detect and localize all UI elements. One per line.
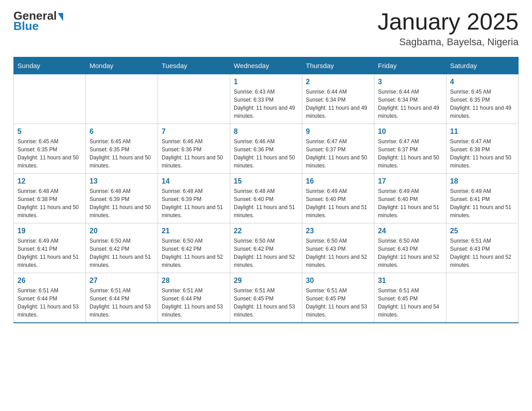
table-row: 27Sunrise: 6:51 AM Sunset: 6:44 PM Dayli…	[86, 273, 158, 323]
table-row: 25Sunrise: 6:51 AM Sunset: 6:43 PM Dayli…	[446, 223, 519, 273]
table-row: 26Sunrise: 6:51 AM Sunset: 6:44 PM Dayli…	[14, 273, 86, 323]
col-thursday: Thursday	[302, 57, 374, 74]
day-info: Sunrise: 6:49 AM Sunset: 6:41 PM Dayligh…	[17, 237, 82, 269]
day-info: Sunrise: 6:51 AM Sunset: 6:43 PM Dayligh…	[450, 237, 515, 269]
day-number: 16	[306, 177, 370, 185]
day-info: Sunrise: 6:48 AM Sunset: 6:39 PM Dayligh…	[162, 187, 226, 219]
day-number: 7	[162, 128, 226, 136]
table-row: 31Sunrise: 6:51 AM Sunset: 6:45 PM Dayli…	[374, 273, 446, 323]
calendar-body: 1Sunrise: 6:43 AM Sunset: 6:33 PM Daylig…	[14, 74, 519, 323]
table-row: 23Sunrise: 6:50 AM Sunset: 6:43 PM Dayli…	[302, 223, 374, 273]
title-section: January 2025 Sagbama, Bayelsa, Nigeria	[378, 9, 519, 48]
day-info: Sunrise: 6:44 AM Sunset: 6:34 PM Dayligh…	[378, 88, 442, 120]
table-row: 3Sunrise: 6:44 AM Sunset: 6:34 PM Daylig…	[374, 74, 446, 124]
day-info: Sunrise: 6:51 AM Sunset: 6:45 PM Dayligh…	[378, 287, 442, 319]
table-row: 18Sunrise: 6:49 AM Sunset: 6:41 PM Dayli…	[446, 174, 519, 223]
day-number: 25	[450, 227, 515, 235]
day-number: 27	[90, 277, 154, 285]
col-sunday: Sunday	[14, 57, 86, 74]
day-number: 31	[378, 277, 442, 285]
table-row	[446, 273, 519, 323]
col-monday: Monday	[86, 57, 158, 74]
day-info: Sunrise: 6:50 AM Sunset: 6:42 PM Dayligh…	[234, 237, 298, 269]
day-info: Sunrise: 6:50 AM Sunset: 6:43 PM Dayligh…	[378, 237, 442, 269]
day-info: Sunrise: 6:50 AM Sunset: 6:43 PM Dayligh…	[306, 237, 370, 269]
day-number: 6	[90, 128, 154, 136]
day-number: 1	[234, 78, 298, 86]
table-row: 14Sunrise: 6:48 AM Sunset: 6:39 PM Dayli…	[158, 174, 230, 223]
table-row: 21Sunrise: 6:50 AM Sunset: 6:42 PM Dayli…	[158, 223, 230, 273]
table-row	[158, 74, 230, 124]
day-number: 12	[17, 177, 82, 185]
day-number: 15	[234, 177, 298, 185]
day-number: 18	[450, 177, 515, 185]
table-row: 28Sunrise: 6:51 AM Sunset: 6:44 PM Dayli…	[158, 273, 230, 323]
day-number: 23	[306, 227, 370, 235]
table-row: 1Sunrise: 6:43 AM Sunset: 6:33 PM Daylig…	[230, 74, 302, 124]
day-number: 4	[450, 78, 515, 86]
day-number: 19	[17, 227, 82, 235]
col-friday: Friday	[374, 57, 446, 74]
table-row: 7Sunrise: 6:46 AM Sunset: 6:36 PM Daylig…	[158, 124, 230, 174]
day-info: Sunrise: 6:48 AM Sunset: 6:39 PM Dayligh…	[90, 187, 154, 219]
day-number: 9	[306, 128, 370, 136]
day-info: Sunrise: 6:47 AM Sunset: 6:37 PM Dayligh…	[306, 137, 370, 170]
calendar-table: Sunday Monday Tuesday Wednesday Thursday…	[13, 57, 519, 323]
table-row: 8Sunrise: 6:46 AM Sunset: 6:36 PM Daylig…	[230, 124, 302, 174]
day-number: 11	[450, 128, 515, 136]
day-number: 26	[17, 277, 82, 285]
day-info: Sunrise: 6:46 AM Sunset: 6:36 PM Dayligh…	[234, 137, 298, 170]
day-info: Sunrise: 6:47 AM Sunset: 6:38 PM Dayligh…	[450, 137, 515, 170]
day-info: Sunrise: 6:51 AM Sunset: 6:45 PM Dayligh…	[306, 287, 370, 319]
day-number: 2	[306, 78, 370, 86]
day-number: 10	[378, 128, 442, 136]
table-row	[86, 74, 158, 124]
day-info: Sunrise: 6:45 AM Sunset: 6:35 PM Dayligh…	[450, 88, 515, 120]
table-row	[14, 74, 86, 124]
day-info: Sunrise: 6:43 AM Sunset: 6:33 PM Dayligh…	[234, 88, 298, 120]
day-info: Sunrise: 6:51 AM Sunset: 6:44 PM Dayligh…	[162, 287, 226, 319]
day-info: Sunrise: 6:44 AM Sunset: 6:34 PM Dayligh…	[306, 88, 370, 120]
page-header: General Blue January 2025 Sagbama, Bayel…	[13, 9, 519, 48]
day-number: 17	[378, 177, 442, 185]
logo-blue-text: Blue	[13, 19, 39, 33]
table-row: 2Sunrise: 6:44 AM Sunset: 6:34 PM Daylig…	[302, 74, 374, 124]
col-tuesday: Tuesday	[158, 57, 230, 74]
day-info: Sunrise: 6:45 AM Sunset: 6:35 PM Dayligh…	[90, 137, 154, 170]
table-row: 17Sunrise: 6:49 AM Sunset: 6:40 PM Dayli…	[374, 174, 446, 223]
table-row: 30Sunrise: 6:51 AM Sunset: 6:45 PM Dayli…	[302, 273, 374, 323]
table-row: 10Sunrise: 6:47 AM Sunset: 6:37 PM Dayli…	[374, 124, 446, 174]
day-number: 20	[90, 227, 154, 235]
day-number: 3	[378, 78, 442, 86]
table-row: 6Sunrise: 6:45 AM Sunset: 6:35 PM Daylig…	[86, 124, 158, 174]
day-info: Sunrise: 6:50 AM Sunset: 6:42 PM Dayligh…	[90, 237, 154, 269]
table-row: 22Sunrise: 6:50 AM Sunset: 6:42 PM Dayli…	[230, 223, 302, 273]
day-number: 24	[378, 227, 442, 235]
day-info: Sunrise: 6:48 AM Sunset: 6:40 PM Dayligh…	[234, 187, 298, 219]
col-saturday: Saturday	[446, 57, 519, 74]
logo: General Blue	[13, 9, 64, 33]
table-row: 29Sunrise: 6:51 AM Sunset: 6:45 PM Dayli…	[230, 273, 302, 323]
table-row: 5Sunrise: 6:45 AM Sunset: 6:35 PM Daylig…	[14, 124, 86, 174]
day-number: 21	[162, 227, 226, 235]
day-info: Sunrise: 6:49 AM Sunset: 6:40 PM Dayligh…	[378, 187, 442, 219]
day-number: 8	[234, 128, 298, 136]
table-row: 11Sunrise: 6:47 AM Sunset: 6:38 PM Dayli…	[446, 124, 519, 174]
calendar-title: January 2025	[378, 9, 519, 34]
table-row: 12Sunrise: 6:48 AM Sunset: 6:38 PM Dayli…	[14, 174, 86, 223]
day-number: 29	[234, 277, 298, 285]
logo-arrow-icon	[58, 13, 63, 21]
table-row: 13Sunrise: 6:48 AM Sunset: 6:39 PM Dayli…	[86, 174, 158, 223]
day-number: 13	[90, 177, 154, 185]
table-row: 24Sunrise: 6:50 AM Sunset: 6:43 PM Dayli…	[374, 223, 446, 273]
table-row: 19Sunrise: 6:49 AM Sunset: 6:41 PM Dayli…	[14, 223, 86, 273]
day-info: Sunrise: 6:51 AM Sunset: 6:44 PM Dayligh…	[90, 287, 154, 319]
day-number: 28	[162, 277, 226, 285]
day-info: Sunrise: 6:46 AM Sunset: 6:36 PM Dayligh…	[162, 137, 226, 170]
table-row: 16Sunrise: 6:49 AM Sunset: 6:40 PM Dayli…	[302, 174, 374, 223]
day-info: Sunrise: 6:45 AM Sunset: 6:35 PM Dayligh…	[17, 137, 82, 170]
day-number: 5	[17, 128, 82, 136]
day-info: Sunrise: 6:48 AM Sunset: 6:38 PM Dayligh…	[17, 187, 82, 219]
table-row: 20Sunrise: 6:50 AM Sunset: 6:42 PM Dayli…	[86, 223, 158, 273]
day-info: Sunrise: 6:51 AM Sunset: 6:44 PM Dayligh…	[17, 287, 82, 319]
